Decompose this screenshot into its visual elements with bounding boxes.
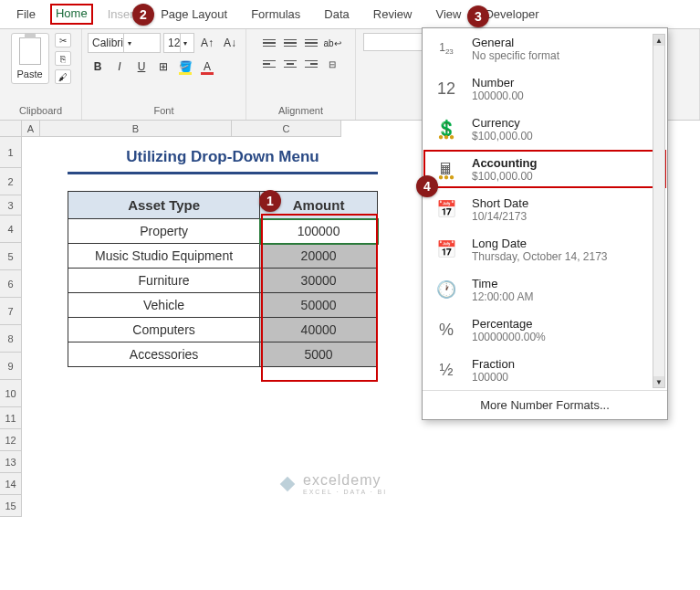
tab-home[interactable]: Home: [50, 4, 93, 25]
format-sample: Thursday, October 14, 2173: [472, 250, 608, 263]
cell-amount[interactable]: 30000: [260, 269, 378, 293]
cell-amount[interactable]: 5000: [260, 342, 378, 367]
align-middle[interactable]: [280, 33, 300, 53]
row-header-14[interactable]: 14: [0, 473, 21, 495]
header-asset-type[interactable]: Asset Type: [68, 192, 260, 219]
format-name: Accounting: [472, 156, 538, 170]
more-number-formats[interactable]: More Number Formats...: [423, 390, 667, 419]
cell-amount[interactable]: 50000: [260, 293, 378, 318]
watermark-icon: [277, 474, 298, 494]
format-sample: $100,000.00: [472, 130, 533, 142]
row-header-11[interactable]: 11: [0, 407, 21, 429]
watermark-text: exceldemy: [303, 472, 387, 489]
align-bottom[interactable]: [301, 33, 321, 53]
paste-label: Paste: [16, 68, 42, 79]
tab-formulas[interactable]: Formulas: [242, 4, 309, 25]
align-center[interactable]: [280, 54, 300, 74]
decrease-font-button[interactable]: A↓: [220, 33, 240, 53]
cell-amount[interactable]: 40000: [260, 318, 378, 342]
col-b[interactable]: B: [40, 121, 232, 137]
copy-button[interactable]: ⎘: [55, 51, 71, 66]
paste-button[interactable]: Paste: [11, 33, 49, 84]
format-percentage[interactable]: %Percentage10000000.00%: [423, 310, 667, 350]
cell-asset[interactable]: Property: [68, 219, 260, 244]
increase-font-button[interactable]: A↑: [197, 33, 217, 53]
table-row: Furniture30000: [68, 269, 378, 293]
row-header-9[interactable]: 9: [0, 353, 21, 380]
tab-review[interactable]: Review: [364, 4, 422, 25]
tab-data[interactable]: Data: [315, 4, 358, 25]
row-header-4[interactable]: 4: [0, 216, 21, 243]
format-long-date[interactable]: 📅Long DateThursday, October 14, 2173: [423, 229, 667, 269]
row-header-10[interactable]: 10: [0, 380, 21, 407]
data-table: Asset Type Amount Property100000Music St…: [68, 191, 378, 367]
cell-amount[interactable]: 100000: [260, 219, 378, 244]
format-sample: $100,000.00: [472, 170, 538, 183]
format-name: Currency: [472, 116, 533, 130]
tab-pagelayout[interactable]: Page Layout: [151, 4, 236, 25]
format-short-date[interactable]: 📅Short Date10/14/2173: [423, 189, 667, 229]
cell-asset[interactable]: Furniture: [68, 269, 260, 293]
font-name-combo[interactable]: Calibri▾: [88, 33, 161, 53]
callout-4: 4: [416, 175, 438, 197]
row-header-3[interactable]: 3: [0, 195, 21, 216]
cell-asset[interactable]: Vehicle: [68, 293, 260, 318]
format-icon: %: [432, 315, 461, 344]
row-header-2[interactable]: 2: [0, 168, 21, 195]
underline-button[interactable]: U: [131, 57, 151, 77]
row-header-6[interactable]: 6: [0, 270, 21, 298]
col-c[interactable]: C: [232, 121, 341, 137]
callout-2: 2: [132, 4, 154, 26]
format-time[interactable]: 🕐Time12:00:00 AM: [423, 269, 667, 310]
format-fraction[interactable]: ½Fraction100000: [423, 350, 667, 390]
format-name: Time: [472, 277, 533, 290]
format-sample: No specific format: [472, 49, 559, 62]
font-group-label: Font: [153, 105, 173, 116]
scroll-down[interactable]: ▼: [653, 376, 664, 387]
format-number[interactable]: 12Number100000.00: [423, 68, 667, 109]
scroll-up[interactable]: ▲: [653, 35, 664, 46]
tab-file[interactable]: File: [7, 4, 45, 25]
tab-view[interactable]: View: [426, 4, 470, 25]
clipboard-group-label: Clipboard: [19, 105, 62, 116]
format-painter-button[interactable]: 🖌: [55, 69, 71, 84]
col-a[interactable]: A: [22, 121, 40, 137]
italic-button[interactable]: I: [110, 57, 130, 77]
cell-asset[interactable]: Computers: [68, 318, 260, 342]
watermark-sub: EXCEL · DATA · BI: [303, 489, 387, 495]
align-top[interactable]: [259, 33, 279, 53]
font-size-combo[interactable]: 12▾: [163, 33, 194, 53]
font-color-button[interactable]: A: [197, 57, 217, 77]
cut-button[interactable]: ✂: [55, 33, 71, 47]
row-header-1[interactable]: 1: [0, 137, 21, 168]
format-name: Long Date: [472, 237, 608, 250]
align-left[interactable]: [259, 54, 279, 74]
format-icon: 💲●●●: [432, 114, 461, 143]
format-sample: 100000.00: [472, 90, 524, 102]
align-right[interactable]: [301, 54, 321, 74]
row-header-15[interactable]: 15: [0, 495, 21, 517]
borders-button[interactable]: ⊞: [153, 57, 173, 77]
fill-color-button[interactable]: 🪣: [175, 57, 195, 77]
row-header-8[interactable]: 8: [0, 325, 21, 353]
format-general[interactable]: 123GeneralNo specific format: [423, 28, 667, 68]
row-header-5[interactable]: 5: [0, 243, 21, 270]
format-accounting[interactable]: 🖩●●●Accounting$100,000.00: [423, 149, 667, 189]
format-currency[interactable]: 💲●●●Currency$100,000.00: [423, 109, 667, 149]
cell-asset[interactable]: Accessories: [68, 342, 260, 367]
merge-center[interactable]: ⊟: [322, 54, 342, 74]
cell-amount[interactable]: 20000: [260, 244, 378, 269]
dropdown-scrollbar[interactable]: ▲ ▼: [653, 34, 665, 388]
cell-asset[interactable]: Music Studio Equipment: [68, 244, 260, 269]
format-icon: 🕐: [432, 275, 461, 304]
row-header-13[interactable]: 13: [0, 451, 21, 473]
callout-1: 1: [259, 190, 281, 212]
format-icon: 📅: [432, 195, 461, 224]
row-header-12[interactable]: 12: [0, 429, 21, 451]
select-all[interactable]: [0, 121, 21, 137]
row-header-7[interactable]: 7: [0, 298, 21, 325]
format-icon: 12: [432, 74, 461, 103]
wrap-text[interactable]: ab↩: [322, 33, 342, 53]
bold-button[interactable]: B: [88, 57, 108, 77]
table-row: Accessories5000: [68, 342, 378, 367]
